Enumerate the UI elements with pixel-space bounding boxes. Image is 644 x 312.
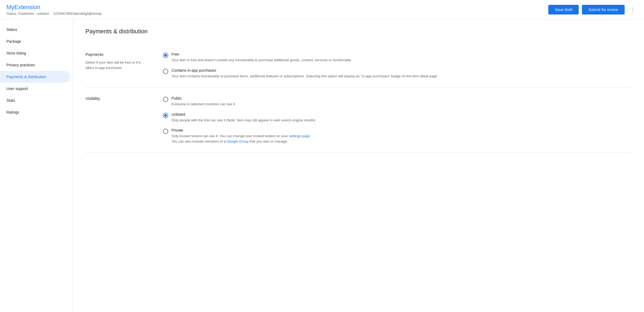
save-draft-button[interactable]: Save draft — [548, 5, 579, 14]
sidebar: Status Package Store listing Privacy pra… — [0, 19, 73, 312]
visibility-private-desc-line1: Only trusted testers can see it. You can… — [171, 133, 311, 139]
visibility-options: Public Everyone in selected countries ca… — [163, 96, 631, 144]
payments-label-area: Payments Select if your item will be fre… — [85, 52, 150, 79]
private-desc-middle: . — [310, 134, 311, 138]
submit-review-button[interactable]: Submit for review — [582, 5, 625, 14]
more-options-button[interactable]: ⋮ — [628, 4, 638, 15]
payments-inapp-desc: Your item contains functionality to purc… — [171, 74, 437, 79]
header-left: MyExtension Status: Published - unlisted… — [6, 3, 548, 16]
payments-free-label: Free — [171, 52, 351, 56]
main-content: Payments & distribution Payments Select … — [73, 19, 644, 312]
payments-free-option: Free Your item is free and doesn't conta… — [163, 52, 631, 63]
visibility-section: Visibility Public Everyone in selected c… — [85, 88, 631, 153]
layout: Status Package Store listing Privacy pra… — [0, 19, 644, 312]
visibility-public-label: Public — [171, 96, 235, 100]
visibility-label-area: Visibility — [85, 96, 150, 144]
private-desc-suffix-prefix: You can also include members of a — [171, 139, 227, 143]
payments-heading: Payments — [85, 52, 150, 57]
more-icon: ⋮ — [630, 6, 635, 13]
visibility-public-radio[interactable] — [163, 97, 168, 102]
sidebar-item-status[interactable]: Status — [0, 24, 70, 35]
visibility-public-desc: Everyone in selected countries can see i… — [171, 101, 235, 107]
visibility-unlisted-desc: Only people with the link can see it (No… — [171, 118, 315, 123]
sidebar-item-payments-distribution[interactable]: Payments & distribution — [0, 71, 70, 83]
extension-id: 12345678910abcdefghijklmnop — [53, 12, 102, 16]
app-meta: Status: Published - unlisted 12345678910… — [6, 12, 548, 16]
page-title: Payments & distribution — [85, 28, 631, 35]
visibility-private-radio[interactable] — [163, 129, 168, 134]
payments-section: Payments Select if your item will be fre… — [85, 43, 631, 88]
sidebar-item-package[interactable]: Package — [0, 35, 70, 47]
private-desc-prefix: Only trusted testers can see it. You can… — [171, 134, 289, 138]
payments-inapp-text: Contains in-app purchases Your item cont… — [171, 68, 437, 79]
visibility-private-option: Private Only trusted testers can see it.… — [163, 128, 631, 144]
sidebar-item-ratings[interactable]: Ratings — [0, 106, 70, 118]
sidebar-item-stats[interactable]: Stats — [0, 95, 70, 106]
sidebar-item-user-support[interactable]: User support — [0, 83, 70, 95]
payments-description: Select if your item will be free or if i… — [85, 60, 150, 70]
private-desc-suffix: that you own or manage. — [249, 139, 288, 143]
visibility-public-option: Public Everyone in selected countries ca… — [163, 96, 631, 107]
payments-free-desc: Your item is free and doesn't contain an… — [171, 57, 351, 63]
payments-inapp-radio[interactable] — [163, 69, 168, 74]
visibility-public-text: Public Everyone in selected countries ca… — [171, 96, 235, 107]
payments-inapp-option: Contains in-app purchases Your item cont… — [163, 68, 631, 79]
visibility-heading: Visibility — [85, 96, 150, 101]
app-title: MyExtension — [6, 3, 548, 11]
visibility-unlisted-label: Unlisted — [171, 112, 315, 117]
sidebar-item-store-listing[interactable]: Store listing — [0, 47, 70, 59]
visibility-private-desc-line2: You can also include members of a Google… — [171, 139, 311, 144]
visibility-unlisted-radio[interactable] — [163, 113, 168, 118]
payments-options: Free Your item is free and doesn't conta… — [163, 52, 631, 79]
visibility-private-text: Private Only trusted testers can see it.… — [171, 128, 311, 144]
payments-inapp-label: Contains in-app purchases — [171, 68, 437, 72]
payments-free-radio[interactable] — [163, 53, 168, 58]
visibility-private-label: Private — [171, 128, 311, 132]
sidebar-item-privacy-practices[interactable]: Privacy practices — [0, 59, 70, 71]
header-actions: Save draft Submit for review ⋮ — [548, 4, 638, 15]
visibility-unlisted-text: Unlisted Only people with the link can s… — [171, 112, 315, 123]
payments-free-text: Free Your item is free and doesn't conta… — [171, 52, 351, 63]
visibility-unlisted-option: Unlisted Only people with the link can s… — [163, 112, 631, 123]
header: MyExtension Status: Published - unlisted… — [0, 0, 644, 19]
settings-page-link[interactable]: settings page — [289, 134, 310, 138]
google-group-link[interactable]: Google Group — [227, 139, 249, 143]
status-text: Status: Published - unlisted — [6, 12, 49, 16]
